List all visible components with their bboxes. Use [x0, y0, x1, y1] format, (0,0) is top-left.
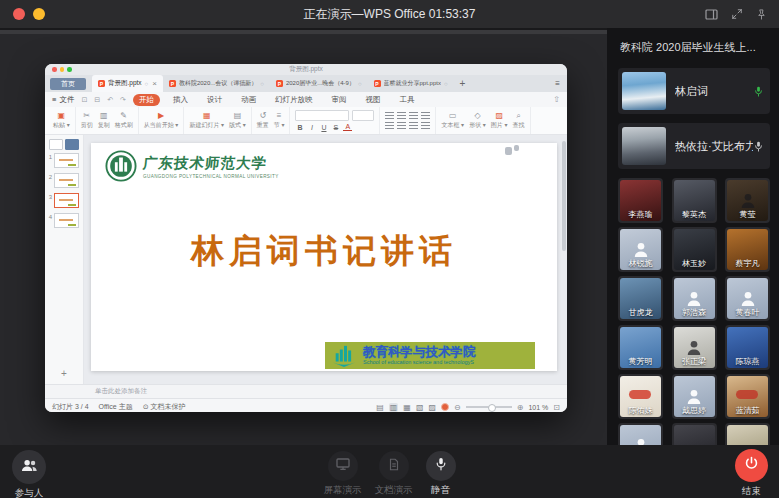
- participant-grid-tile[interactable]: 林玉妙: [672, 227, 717, 272]
- font-name-select[interactable]: [295, 110, 349, 121]
- close-tab-icon[interactable]: ×: [152, 79, 157, 88]
- slides-view-toggle[interactable]: [65, 139, 79, 150]
- participant-grid-tile[interactable]: 林锐旄: [618, 227, 663, 272]
- participant-video-tile[interactable]: 林启词: [618, 68, 770, 114]
- normal-view-icon[interactable]: ▥: [389, 403, 399, 412]
- play-view-icon[interactable]: ▨: [428, 403, 436, 412]
- paragraph-format-icon[interactable]: [409, 122, 418, 129]
- wps-office-window[interactable]: 背景图.pptx 首页 P背景图.pptx○×P教科院2020...会议（谭德新…: [45, 64, 567, 412]
- pin-icon[interactable]: [756, 8, 767, 21]
- slide-thumbnail-1[interactable]: 1: [49, 153, 79, 168]
- toolbar-copy-button[interactable]: ▥复制: [98, 111, 110, 130]
- participant-grid-tile[interactable]: 戴思婷: [672, 374, 717, 419]
- toolbar-image-button[interactable]: ▨图片 ▾: [491, 111, 508, 130]
- zoom-out-icon[interactable]: ⊖: [454, 403, 461, 412]
- participant-name: 林玉妙: [674, 258, 715, 269]
- toolbar-play-button[interactable]: ▶从当前开始 ▾: [144, 111, 179, 130]
- slide-sorter-view-icon[interactable]: ▦: [403, 403, 411, 412]
- participant-grid-tile[interactable]: 蔡宇凡: [725, 227, 770, 272]
- menu-tab-7[interactable]: 工具: [393, 94, 420, 106]
- participant-grid-tile[interactable]: 陈佑姝: [618, 374, 663, 419]
- wps-document-tab[interactable]: P背景图.pptx○×: [92, 75, 163, 92]
- participant-grid-tile[interactable]: 陈琼燕: [725, 325, 770, 370]
- paragraph-format-icon[interactable]: [397, 112, 406, 119]
- paragraph-format-icon[interactable]: [409, 112, 418, 119]
- wps-document-tab[interactable]: P教科院2020...会议（谭德新）○: [163, 75, 270, 92]
- participant-grid-tile[interactable]: 张正梁: [672, 325, 717, 370]
- format-u-button[interactable]: U: [319, 124, 328, 131]
- zoom-slider[interactable]: [466, 406, 512, 408]
- toolbar-brush-button[interactable]: ✎格式刷: [115, 111, 133, 130]
- record-button[interactable]: [441, 403, 449, 411]
- participant-grid-tile[interactable]: 张绮霞: [725, 423, 770, 445]
- file-menu[interactable]: ≡文件: [52, 95, 74, 105]
- format-i-button[interactable]: I: [307, 124, 316, 131]
- slide-thumbnail-2[interactable]: 2: [49, 173, 79, 188]
- font-size-select[interactable]: [352, 110, 374, 121]
- toolbar-new-slide-button[interactable]: ▦新建幻灯片 ▾: [189, 111, 224, 130]
- document-protection-status[interactable]: ⊙ 文档未保护: [143, 402, 186, 412]
- new-tab-button[interactable]: +: [460, 78, 466, 89]
- add-slide-button[interactable]: +: [61, 368, 67, 379]
- toolbar-find-button[interactable]: ⌕查找: [513, 111, 525, 130]
- menu-tab-2[interactable]: 设计: [201, 94, 228, 106]
- slide-thumbnail-4[interactable]: 4: [49, 213, 79, 228]
- participant-grid-tile[interactable]: 蓝清茹: [725, 374, 770, 419]
- menu-tab-0[interactable]: 开始: [133, 94, 160, 106]
- save-icon[interactable]: ⊡: [81, 96, 87, 104]
- menu-tab-1[interactable]: 插入: [167, 94, 194, 106]
- undo-icon[interactable]: ↶: [107, 96, 113, 104]
- print-icon[interactable]: ⊟: [94, 96, 100, 104]
- format-b-button[interactable]: B: [295, 124, 304, 131]
- paragraph-format-icon[interactable]: [421, 122, 430, 129]
- reading-view-icon[interactable]: ▧: [416, 403, 424, 412]
- paragraph-format-icon[interactable]: [397, 122, 406, 129]
- participant-grid-tile[interactable]: 叶依玲: [672, 423, 717, 445]
- menu-tab-4[interactable]: 幻灯片放映: [269, 94, 319, 106]
- menu-tab-3[interactable]: 动画: [235, 94, 262, 106]
- participant-video-tile[interactable]: 热依拉·艾比布力: [618, 123, 770, 169]
- zoom-in-icon[interactable]: ⊕: [517, 403, 524, 412]
- wps-document-tab[interactable]: P蓝桥就业分享ppt.pptx○: [368, 75, 454, 92]
- view-layout-icon[interactable]: [705, 9, 718, 20]
- toolbar-cut-button[interactable]: ✂剪切: [81, 111, 93, 130]
- participant-grid-tile[interactable]: 李燕瑜: [618, 178, 663, 223]
- toolbar-section-button[interactable]: ≡节 ▾: [274, 111, 285, 130]
- participant-grid-tile[interactable]: 黄春叶: [725, 276, 770, 321]
- wps-home-button[interactable]: 首页: [50, 78, 86, 90]
- paragraph-format-icon[interactable]: [385, 112, 394, 119]
- participant-grid-tile[interactable]: 刘栋: [618, 423, 663, 445]
- participant-grid-tile[interactable]: 黄芳明: [618, 325, 663, 370]
- end-meeting-button[interactable]: 结束: [735, 449, 768, 498]
- toolbar-layout-button[interactable]: ▤版式 ▾: [229, 111, 246, 130]
- participants-button[interactable]: 参与人: [12, 450, 46, 498]
- vertical-scrollbar[interactable]: [562, 141, 566, 251]
- notes-bar[interactable]: 单击此处添加备注: [45, 384, 567, 398]
- paragraph-format-icon[interactable]: [385, 122, 394, 129]
- toolbar-textbox-button[interactable]: ▭文本框 ▾: [441, 111, 464, 130]
- paragraph-format-icon[interactable]: [421, 112, 430, 119]
- participant-grid-tile[interactable]: 郭浩森: [672, 276, 717, 321]
- exit-fullscreen-icon[interactable]: [731, 8, 743, 20]
- wps-document-tab[interactable]: P2020届毕业...晚会（4-9）○: [270, 75, 368, 92]
- toolbar-shape-button[interactable]: ◇形状 ▾: [469, 111, 486, 130]
- participant-grid-tile[interactable]: 甘虎龙: [618, 276, 663, 321]
- mute-button[interactable]: 静音: [426, 451, 456, 497]
- current-slide[interactable]: 广东技术师范大学 GUANGDONG POLYTECHNICAL NORMAL …: [91, 143, 557, 371]
- participant-name: 林启词: [675, 84, 753, 99]
- fit-screen-icon[interactable]: ⊡: [553, 403, 560, 412]
- menu-tab-6[interactable]: 视图: [359, 94, 386, 106]
- share-icon[interactable]: ⇧: [553, 95, 560, 104]
- participant-grid-tile[interactable]: 黎英杰: [672, 178, 717, 223]
- participant-grid-tile[interactable]: 黄莹: [725, 178, 770, 223]
- toolbar-paste-button[interactable]: ▣粘贴 ▾: [53, 111, 70, 130]
- notes-view-icon[interactable]: ▤: [376, 403, 384, 412]
- slide-thumbnail-3[interactable]: 3: [49, 193, 79, 208]
- menu-tab-5[interactable]: 审阅: [325, 94, 352, 106]
- format-a-button[interactable]: A: [343, 123, 352, 131]
- redo-icon[interactable]: ↷: [120, 96, 126, 104]
- outline-view-toggle[interactable]: [49, 139, 63, 150]
- format-s-button[interactable]: S: [331, 124, 340, 131]
- tab-list-icon[interactable]: ≡: [555, 79, 560, 88]
- toolbar-reset-button[interactable]: ↺重置: [257, 111, 269, 130]
